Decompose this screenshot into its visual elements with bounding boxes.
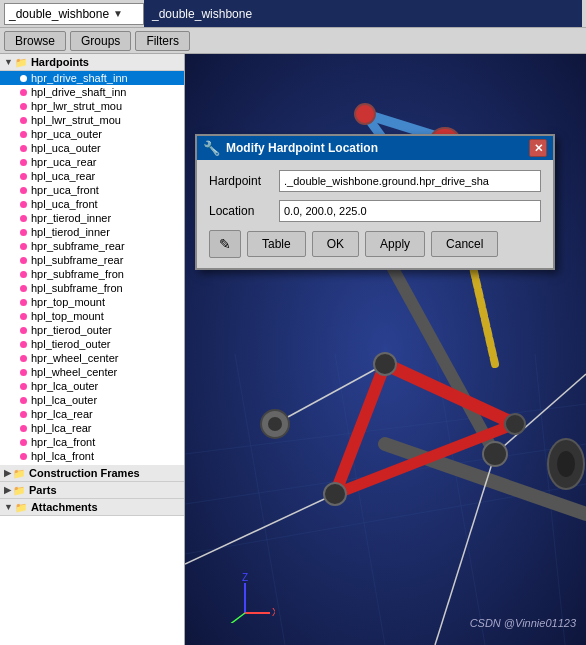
dropdown-value: _double_wishbone xyxy=(9,7,109,21)
dot-icon xyxy=(20,285,27,292)
parts-expand-icon: ▶ xyxy=(4,485,11,495)
construction-frames-label: Construction Frames xyxy=(29,467,140,479)
tree-item-label: hpl_tierod_outer xyxy=(31,338,111,350)
dot-icon xyxy=(20,89,27,96)
tree-item[interactable]: hpl_uca_outer xyxy=(0,141,184,155)
tree-item[interactable]: hpl_uca_rear xyxy=(0,169,184,183)
dot-icon xyxy=(20,243,27,250)
tree-item[interactable]: hpr_uca_rear xyxy=(0,155,184,169)
tree-item-label: hpr_lca_rear xyxy=(31,408,93,420)
tree-item[interactable]: hpr_uca_front xyxy=(0,183,184,197)
expand-icon: ▼ xyxy=(4,57,13,67)
svg-point-28 xyxy=(557,451,575,477)
model-dropdown[interactable]: _double_wishbone ▼ xyxy=(4,3,144,25)
viewport-title: _double_wishbone xyxy=(144,0,582,27)
att-folder-icon: 📁 xyxy=(15,502,27,513)
tree-item[interactable]: hpr_lwr_strut_mou xyxy=(0,99,184,113)
apply-button[interactable]: Apply xyxy=(365,231,425,257)
cancel-button[interactable]: Cancel xyxy=(431,231,498,257)
tree-item[interactable]: hpl_wheel_center xyxy=(0,365,184,379)
dot-icon xyxy=(20,145,27,152)
dot-icon xyxy=(20,397,27,404)
location-label: Location xyxy=(209,204,279,218)
tree-item-label: hpl_wheel_center xyxy=(31,366,117,378)
edit-icon-button[interactable]: ✎ xyxy=(209,230,241,258)
tree-item-label: hpl_drive_shaft_inn xyxy=(31,86,126,98)
tree-item[interactable]: hpr_lca_rear xyxy=(0,407,184,421)
dialog-title-icon: 🔧 xyxy=(203,140,220,156)
hardpoint-label: Hardpoint xyxy=(209,174,279,188)
attachments-label: Attachments xyxy=(31,501,98,513)
dialog-close-button[interactable]: ✕ xyxy=(529,139,547,157)
dot-icon xyxy=(20,131,27,138)
tree-item[interactable]: hpr_tierod_outer xyxy=(0,323,184,337)
tree-item[interactable]: hpr_top_mount xyxy=(0,295,184,309)
tree-item[interactable]: hpr_tierod_inner xyxy=(0,211,184,225)
tree-item[interactable]: hpl_lca_rear xyxy=(0,421,184,435)
tree-item[interactable]: hpr_lca_outer xyxy=(0,379,184,393)
hardpoints-label: Hardpoints xyxy=(31,56,89,68)
parts-section[interactable]: ▶ 📁 Parts xyxy=(0,482,184,499)
tree-item[interactable]: hpl_lca_outer xyxy=(0,393,184,407)
tree-item-label: hpl_lca_front xyxy=(31,450,94,462)
tree-item-label: hpl_top_mount xyxy=(31,310,104,322)
tree-item-label: hpr_lca_outer xyxy=(31,380,98,392)
att-expand-icon: ▼ xyxy=(4,502,13,512)
dot-icon xyxy=(20,187,27,194)
tree-item[interactable]: hpl_drive_shaft_inn xyxy=(0,85,184,99)
tree-item[interactable]: hpr_wheel_center xyxy=(0,351,184,365)
construction-frames-section[interactable]: ▶ 📁 Construction Frames xyxy=(0,465,184,482)
tree-item[interactable]: hpl_tierod_inner xyxy=(0,225,184,239)
attachments-section[interactable]: ▼ 📁 Attachments xyxy=(0,499,184,516)
tree-items-container: hpr_drive_shaft_innhpl_drive_shaft_innhp… xyxy=(0,71,184,463)
tree-item[interactable]: hpl_lwr_strut_mou xyxy=(0,113,184,127)
tree-item[interactable]: hpr_uca_outer xyxy=(0,127,184,141)
tree-item[interactable]: hpr_drive_shaft_inn xyxy=(0,71,184,85)
tree-item[interactable]: hpr_subframe_fron xyxy=(0,267,184,281)
table-button[interactable]: Table xyxy=(247,231,306,257)
dot-icon xyxy=(20,201,27,208)
tree-item[interactable]: hpl_uca_front xyxy=(0,197,184,211)
filters-button[interactable]: Filters xyxy=(135,31,190,51)
coord-axes: Z X Y xyxy=(215,573,275,625)
tree-item[interactable]: hpl_subframe_fron xyxy=(0,281,184,295)
ok-button[interactable]: OK xyxy=(312,231,359,257)
hardpoint-row: Hardpoint ._double_wishbone.ground.hpr_d… xyxy=(209,170,541,192)
dot-icon xyxy=(20,215,27,222)
dot-icon xyxy=(20,453,27,460)
browse-button[interactable]: Browse xyxy=(4,31,66,51)
hardpoints-section[interactable]: ▼ 📁 Hardpoints xyxy=(0,54,184,71)
dot-icon xyxy=(20,117,27,124)
tree-item[interactable]: hpl_tierod_outer xyxy=(0,337,184,351)
tree-item-label: hpl_uca_outer xyxy=(31,142,101,154)
tree-item-label: hpr_top_mount xyxy=(31,296,105,308)
dot-icon xyxy=(20,75,27,82)
svg-point-25 xyxy=(324,483,346,505)
dot-icon xyxy=(20,425,27,432)
parts-folder-icon: 📁 xyxy=(13,485,25,496)
tree-item[interactable]: hpl_subframe_rear xyxy=(0,253,184,267)
cf-expand-icon: ▶ xyxy=(4,468,11,478)
tree-item-label: hpl_lca_outer xyxy=(31,394,97,406)
svg-text:Y: Y xyxy=(220,622,227,623)
tree-item[interactable]: hpr_subframe_rear xyxy=(0,239,184,253)
svg-point-32 xyxy=(268,417,282,431)
groups-button[interactable]: Groups xyxy=(70,31,131,51)
dialog-body: Hardpoint ._double_wishbone.ground.hpr_d… xyxy=(197,160,553,268)
location-text-input[interactable] xyxy=(284,205,536,217)
tree-item-label: hpr_subframe_rear xyxy=(31,240,125,252)
tree-item[interactable]: hpl_top_mount xyxy=(0,309,184,323)
tree-item[interactable]: hpl_lca_front xyxy=(0,449,184,463)
tree-item-label: hpr_wheel_center xyxy=(31,352,118,364)
dot-icon xyxy=(20,383,27,390)
right-panel: Z X Y CSDN @Vinnie01123 🔧 Modify Hardpoi… xyxy=(185,54,586,645)
dot-icon xyxy=(20,411,27,418)
svg-text:X: X xyxy=(272,607,275,618)
tree-item-label: hpr_drive_shaft_inn xyxy=(31,72,128,84)
dialog-titlebar: 🔧 Modify Hardpoint Location ✕ xyxy=(197,136,553,160)
tree-item-label: hpl_subframe_fron xyxy=(31,282,123,294)
location-input[interactable] xyxy=(279,200,541,222)
tree-item[interactable]: hpr_lca_front xyxy=(0,435,184,449)
top-bar: _double_wishbone ▼ _double_wishbone xyxy=(0,0,586,28)
dot-icon xyxy=(20,341,27,348)
